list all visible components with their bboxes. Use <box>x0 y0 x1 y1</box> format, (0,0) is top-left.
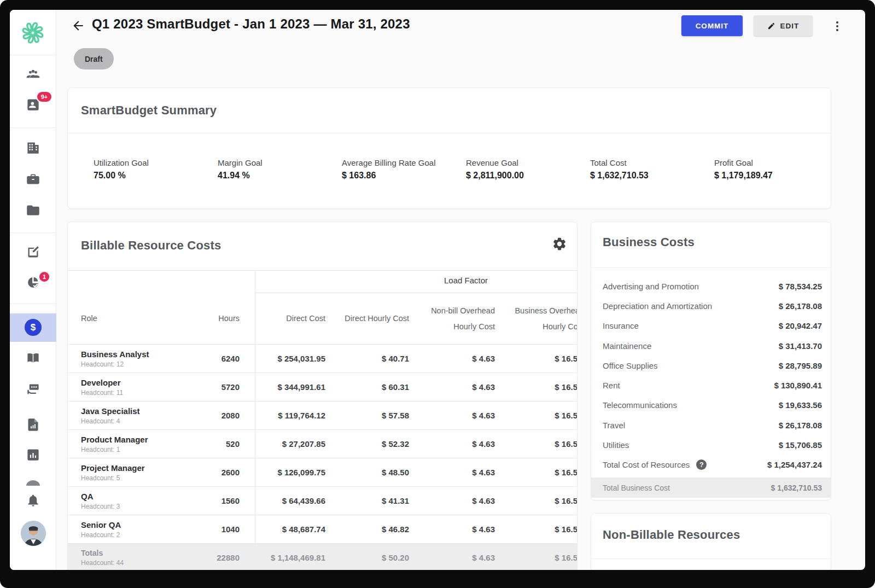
cost-value: $ 19,633.56 <box>779 400 822 410</box>
metric-value: $ 1,179,189.47 <box>714 171 838 181</box>
cost-value: $ 28,795.89 <box>779 361 822 370</box>
cell-hours: 2080 <box>188 411 241 420</box>
load-factor-group-header: Load Factor <box>411 276 521 285</box>
cell-nonbill-overhead: $ 4.63 <box>410 382 496 392</box>
totals-business-overhead: $ 16.5 <box>496 553 578 562</box>
business-cost-row: Depreciation and Amortization $ 26,178.0… <box>591 296 831 316</box>
cost-label: Insurance <box>603 321 639 330</box>
cell-direct-cost: $ 254,031.95 <box>241 354 326 363</box>
table-row: Senior QA Headcount: 2 1040 $ 48,687.74 … <box>68 515 578 543</box>
metric-value: $ 1,632,710.53 <box>590 171 714 181</box>
metric-value: 75.00 % <box>94 171 218 181</box>
cost-label: Office Supplies <box>603 361 658 370</box>
cell-direct-hourly: $ 40.71 <box>326 354 410 363</box>
collapsed-item-icon[interactable] <box>26 480 40 486</box>
cost-label: Travel <box>603 421 625 430</box>
cell-business-overhead: $ 16.5 <box>496 382 578 392</box>
role-name: Product Manager <box>81 435 188 444</box>
summary-metric: Utilization Goal 75.00 % <box>94 158 218 181</box>
cost-value: $ 20,942.47 <box>779 321 822 330</box>
sidebar-divider <box>10 304 56 304</box>
budgets-icon[interactable]: $ <box>25 319 42 336</box>
cell-business-overhead: $ 16.5 <box>496 411 578 420</box>
folder-icon[interactable] <box>26 203 40 218</box>
billable-table-rows: Business Analyst Headcount: 12 6240 $ 25… <box>68 344 578 543</box>
cell-hours: 5720 <box>188 382 241 392</box>
app-window: 9+ 1 $ <box>10 10 865 570</box>
totals-nonbill-overhead: $ 4.63 <box>410 553 496 562</box>
cell-direct-cost: $ 48,687.74 <box>241 525 326 534</box>
table-row: QA Headcount: 3 1560 $ 64,439.66 $ 41.31… <box>68 486 578 515</box>
business-cost-row: Advertising and Promotion $ 78,534.25 <box>591 276 831 296</box>
analytics-icon[interactable] <box>26 447 40 462</box>
table-row: Product Manager Headcount: 1 520 $ 27,20… <box>68 429 578 458</box>
cost-label: Rent <box>603 381 620 390</box>
sidebar-divider <box>10 55 56 55</box>
col-header-direct-cost: Direct Cost <box>241 311 326 327</box>
role-headcount: Headcount: 12 <box>81 360 188 368</box>
cell-direct-hourly: $ 48.50 <box>326 468 410 477</box>
business-cost-row: Total Cost of Resources ? $ 1,254,437.24 <box>591 455 831 475</box>
company-icon[interactable] <box>26 141 40 155</box>
help-icon[interactable]: ? <box>696 459 707 470</box>
app-logo-icon[interactable] <box>19 19 47 47</box>
invitations-badge: 9+ <box>36 91 52 103</box>
cell-direct-hourly: $ 60.31 <box>326 382 410 392</box>
cell-hours: 1560 <box>188 496 241 505</box>
sidebar-divider <box>10 232 56 233</box>
cost-value: $ 15,706.85 <box>779 440 822 450</box>
role-headcount: Headcount: 5 <box>81 474 188 482</box>
settings-gear-icon[interactable] <box>552 236 567 252</box>
billable-table-header: Role Hours Direct Cost Direct Hourly Cos… <box>68 293 578 344</box>
business-costs-card: Business Costs Advertising and Promotion… <box>591 222 831 500</box>
col-header-business-overhead: Business Overhead Hourly Cost <box>496 303 578 335</box>
edit-button[interactable]: EDIT <box>754 15 813 36</box>
table-border <box>68 270 578 271</box>
sidebar: 9+ 1 $ <box>10 10 56 570</box>
total-business-cost-value: $ 1,632,710.53 <box>771 484 822 492</box>
business-cost-row: Office Supplies $ 28,795.89 <box>591 356 831 375</box>
metric-label: Total Cost <box>590 158 714 167</box>
table-row: Java Specialist Headcount: 4 2080 $ 119,… <box>68 401 578 429</box>
role-name: QA <box>81 492 188 501</box>
billable-resource-costs-card: Billable Resource Costs Load Factor Role… <box>67 222 578 570</box>
cell-nonbill-overhead: $ 4.63 <box>410 496 496 505</box>
col-header-direct-hourly: Direct Hourly Cost <box>326 311 410 327</box>
cell-hours: 6240 <box>188 354 241 363</box>
cell-nonbill-overhead: $ 4.63 <box>410 439 496 449</box>
role-name: Senior QA <box>81 520 188 529</box>
cost-label: Advertising and Promotion <box>603 282 699 291</box>
teams-icon[interactable] <box>26 67 40 81</box>
report-file-icon[interactable] <box>26 417 40 432</box>
col-header-nonbill-overhead: Non-bill Overhead Hourly Cost <box>410 303 496 335</box>
role-name: Project Manager <box>81 463 188 473</box>
commit-button[interactable]: COMMIT <box>681 15 743 36</box>
business-cost-row: Travel $ 26,178.08 <box>591 415 831 435</box>
metric-label: Utilization Goal <box>94 158 218 167</box>
page-title: Q1 2023 SmartBudget - Jan 1 2023 — Mar 3… <box>92 16 410 32</box>
cell-direct-hourly: $ 52.32 <box>326 439 410 449</box>
non-billable-resources-card: Non-Billable Resources <box>591 513 831 570</box>
metric-label: Profit Goal <box>714 158 838 167</box>
pencil-icon <box>767 22 775 30</box>
more-options-icon[interactable] <box>831 20 843 33</box>
edit-button-label: EDIT <box>780 22 800 30</box>
edit-report-icon[interactable] <box>26 244 40 259</box>
user-avatar[interactable] <box>21 521 46 546</box>
divider <box>591 558 831 559</box>
business-costs-list: Advertising and Promotion $ 78,534.25 De… <box>591 276 831 475</box>
totals-direct-cost: $ 1,148,469.81 <box>241 553 326 562</box>
notifications-bell-icon[interactable] <box>26 493 40 508</box>
cell-business-overhead: $ 16.5 <box>496 496 578 505</box>
table-row: Developer Headcount: 11 5720 $ 344,991.6… <box>68 372 578 401</box>
cost-value: $ 26,178.08 <box>779 301 822 311</box>
role-headcount: Headcount: 1 <box>81 446 188 453</box>
metric-label: Margin Goal <box>218 158 342 167</box>
briefcase-icon[interactable] <box>26 172 40 187</box>
back-arrow-icon[interactable] <box>71 19 85 33</box>
payroll-icon[interactable] <box>26 382 40 397</box>
totals-hours: 22880 <box>188 553 241 562</box>
table-row: Business Analyst Headcount: 12 6240 $ 25… <box>68 344 578 372</box>
summary-title: SmartBudget Summary <box>81 103 217 118</box>
handbook-icon[interactable] <box>26 351 40 365</box>
